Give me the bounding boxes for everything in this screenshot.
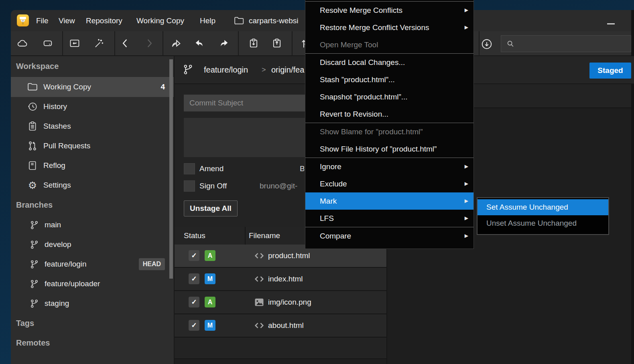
section-remotes[interactable]: Remotes — [16, 338, 50, 348]
menubar-working-copy[interactable]: Working Copy — [136, 10, 184, 31]
filename: about.html — [268, 314, 304, 337]
column-divider[interactable] — [245, 227, 246, 245]
status-badge-modified: M — [205, 273, 215, 284]
stage-checkbox[interactable]: ✓ — [189, 273, 199, 284]
menu-mark[interactable]: Mark — [305, 192, 473, 210]
section-workspace[interactable]: Workspace — [16, 62, 59, 71]
file-row-index[interactable]: ✓ M index.html — [175, 268, 386, 291]
menubar-repository[interactable]: Repository — [86, 10, 122, 31]
fetch-download-icon[interactable] — [481, 38, 492, 49]
forward-icon[interactable] — [143, 38, 154, 49]
section-tags[interactable]: Tags — [16, 319, 34, 328]
clipboard-up-icon[interactable] — [271, 38, 282, 49]
jump-arrow-icon[interactable] — [171, 38, 182, 49]
submenu-arrow-icon — [465, 210, 468, 227]
stage-checkbox[interactable]: ✓ — [189, 320, 199, 331]
sidebar-item-label: Working Copy — [43, 83, 91, 91]
breadcrumb-remote-branch[interactable]: origin/fea — [271, 56, 304, 83]
staged-filter-button[interactable]: Staged — [589, 63, 631, 79]
folder-icon — [27, 82, 38, 92]
menu-snapshot[interactable]: Snapshot ”product.html”... — [305, 88, 473, 105]
commit-email-fragment: bruno@git- — [260, 180, 297, 192]
submenu-unset-assume-unchanged[interactable]: Unset Assume Unchanged — [478, 215, 608, 231]
branch-label: staging — [45, 299, 69, 308]
cloud-icon[interactable] — [17, 38, 28, 49]
amend-checkbox[interactable] — [184, 163, 195, 174]
sidebar-branch-feature-login[interactable]: feature/login HEAD — [11, 254, 174, 274]
undo-arrow-icon[interactable] — [194, 38, 205, 49]
submenu-set-assume-unchanged[interactable]: Set Assume Unchanged — [478, 199, 608, 215]
toolbar-divider — [292, 31, 293, 55]
search-box[interactable] — [501, 35, 631, 52]
menubar-help[interactable]: Help — [200, 10, 215, 31]
menu-ignore[interactable]: Ignore — [305, 158, 473, 175]
column-status[interactable]: Status — [184, 227, 205, 245]
sidebar-item-working-copy[interactable]: Working Copy 4 — [11, 77, 174, 97]
magic-wand-icon[interactable] — [93, 38, 104, 49]
stage-checkbox[interactable]: ✓ — [189, 297, 199, 307]
sourcetree-app-icon — [17, 14, 29, 26]
menu-compare[interactable]: Compare — [305, 227, 473, 245]
sidebar-branch-feature-uploader[interactable]: feature/uploader — [11, 274, 174, 294]
pull-request-icon — [27, 141, 38, 151]
redo-arrow-icon[interactable] — [218, 38, 230, 49]
menu-show-file-history[interactable]: Show File History of ”product.html” — [305, 140, 473, 158]
filename: index.html — [268, 268, 303, 290]
toolbar-divider — [238, 31, 239, 55]
section-branches[interactable]: Branches — [16, 200, 53, 210]
filename: product.html — [268, 245, 310, 267]
branch-icon — [30, 279, 39, 289]
sidebar-item-stashes[interactable]: Stashes — [11, 116, 174, 136]
menu-stash[interactable]: Stash ”product.html”... — [305, 71, 473, 88]
unstage-all-button[interactable]: Unstage All — [184, 200, 238, 216]
menu-revert-to-revision[interactable]: Revert to Revision... — [305, 105, 473, 123]
sidebar-branch-develop[interactable]: develop — [11, 235, 174, 255]
open-repo-icon[interactable] — [69, 38, 80, 49]
table-footer-area — [175, 359, 386, 364]
branch-label: main — [45, 220, 61, 229]
sidebar-branch-staging[interactable]: staging — [11, 293, 174, 313]
menu-restore-merge-conflict-versions[interactable]: Restore Merge Conflict Versions — [305, 19, 473, 36]
branch-label: feature/uploader — [45, 279, 100, 288]
menubar-file[interactable]: File — [36, 10, 49, 31]
menu-lfs[interactable]: LFS — [305, 210, 473, 227]
sidebar-branch-main[interactable]: main — [11, 215, 174, 235]
sidebar-remote-item[interactable] — [11, 355, 174, 364]
menu-exclude[interactable]: Exclude — [305, 175, 473, 192]
file-row-icon-png[interactable]: ✓ A img/icon.png — [175, 291, 386, 314]
toolbar-divider — [114, 31, 115, 55]
back-icon[interactable] — [120, 38, 131, 49]
breadcrumb-separator: > — [262, 56, 266, 83]
menu-resolve-merge-conflicts[interactable]: Resolve Merge Conflicts — [305, 2, 473, 19]
sidebar-item-history[interactable]: History — [11, 97, 174, 117]
signoff-label: Sign Off — [199, 180, 227, 192]
sidebar-item-reflog[interactable]: Reflog — [11, 156, 174, 176]
sidebar-item-pull-requests[interactable]: Pull Requests — [11, 136, 174, 156]
menubar-view[interactable]: View — [59, 10, 75, 31]
branch-icon — [30, 299, 39, 308]
status-badge-added: A — [205, 250, 215, 261]
minimize-button[interactable] — [607, 23, 615, 24]
status-badge-added: A — [205, 297, 215, 307]
toolbar-divider — [62, 31, 63, 55]
sidebar-item-settings[interactable]: ⚙ Settings — [11, 175, 174, 195]
repo-name[interactable]: carparts-websi — [249, 10, 299, 31]
local-drive-icon[interactable] — [42, 38, 53, 49]
file-row-about[interactable]: ✓ M about.html — [175, 314, 386, 338]
branch-label: develop — [45, 240, 71, 249]
sidebar-item-label: Stashes — [43, 122, 71, 131]
column-filename[interactable]: Filename — [249, 227, 280, 245]
submenu-arrow-icon — [465, 175, 468, 192]
breadcrumb-current-branch[interactable]: feature/login — [204, 56, 248, 83]
clipboard-icon — [27, 121, 38, 131]
submenu-arrow-icon — [465, 192, 468, 210]
clipboard-down-icon[interactable] — [248, 38, 259, 49]
signoff-checkbox[interactable] — [184, 180, 195, 192]
menu-discard-local-changes[interactable]: Discard Local Changes... — [305, 54, 473, 71]
stage-checkbox[interactable]: ✓ — [189, 250, 199, 261]
search-input[interactable] — [517, 36, 629, 53]
sidebar-scrollbar[interactable] — [169, 59, 173, 279]
sidebar-divider — [174, 56, 175, 364]
head-badge: HEAD — [139, 258, 165, 270]
toolbar-divider — [479, 31, 480, 55]
